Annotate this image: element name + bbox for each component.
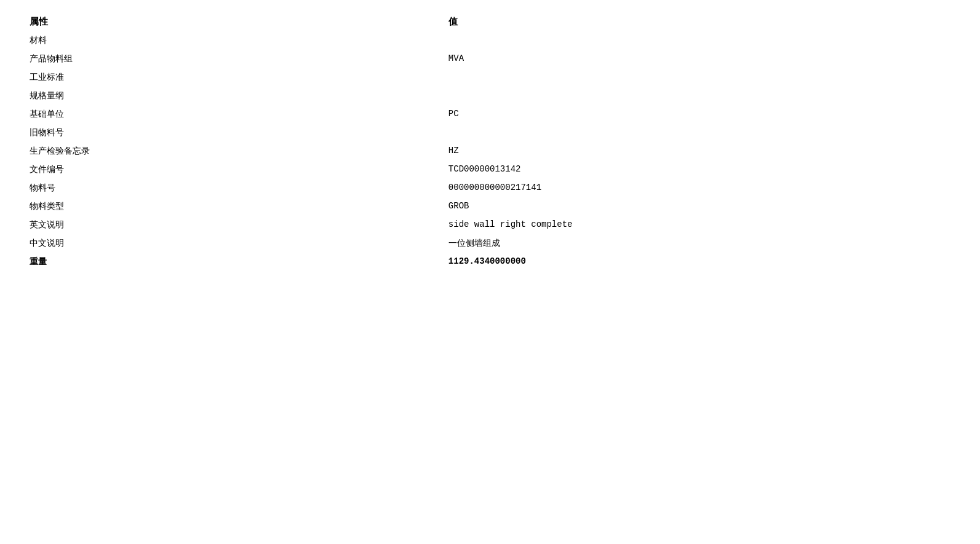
row-label: 旧物料号 <box>25 124 444 142</box>
header-attribute: 属性 <box>25 12 444 31</box>
row-label: 重量 <box>25 253 444 271</box>
row-label: 物料类型 <box>25 197 444 216</box>
row-value: side wall right complete <box>444 216 955 234</box>
table-row: 工业标准 <box>25 68 955 87</box>
row-value: GROB <box>444 197 955 216</box>
row-label: 基础单位 <box>25 105 444 124</box>
row-value <box>444 68 955 87</box>
table-row: 中文说明一位侧墙组成 <box>25 234 955 253</box>
row-label: 中文说明 <box>25 234 444 253</box>
row-value <box>444 87 955 105</box>
properties-table: 属性 值 材料产品物料组MVA工业标准规格量纲基础单位PC旧物料号生产检验备忘录… <box>25 12 955 271</box>
row-value: TCD00000013142 <box>444 160 955 179</box>
row-value: 000000000000217141 <box>444 179 955 197</box>
table-row: 物料类型GROB <box>25 197 955 216</box>
row-value <box>444 31 955 50</box>
row-label: 工业标准 <box>25 68 444 87</box>
row-value: HZ <box>444 142 955 160</box>
row-label: 产品物料组 <box>25 50 444 68</box>
table-row: 物料号000000000000217141 <box>25 179 955 197</box>
row-value: MVA <box>444 50 955 68</box>
table-row: 材料 <box>25 31 955 50</box>
table-row: 产品物料组MVA <box>25 50 955 68</box>
table-row: 重量1129.4340000000 <box>25 253 955 271</box>
table-row: 文件编号TCD00000013142 <box>25 160 955 179</box>
table-row: 英文说明side wall right complete <box>25 216 955 234</box>
table-row: 规格量纲 <box>25 87 955 105</box>
row-value: 1129.4340000000 <box>444 253 955 271</box>
table-row: 基础单位PC <box>25 105 955 124</box>
row-value: 一位侧墙组成 <box>444 234 955 253</box>
header-value: 值 <box>444 12 955 31</box>
row-label: 物料号 <box>25 179 444 197</box>
row-value: PC <box>444 105 955 124</box>
row-label: 规格量纲 <box>25 87 444 105</box>
row-label: 英文说明 <box>25 216 444 234</box>
row-value <box>444 124 955 142</box>
row-label: 材料 <box>25 31 444 50</box>
row-label: 生产检验备忘录 <box>25 142 444 160</box>
table-row: 旧物料号 <box>25 124 955 142</box>
row-label: 文件编号 <box>25 160 444 179</box>
table-row: 生产检验备忘录HZ <box>25 142 955 160</box>
